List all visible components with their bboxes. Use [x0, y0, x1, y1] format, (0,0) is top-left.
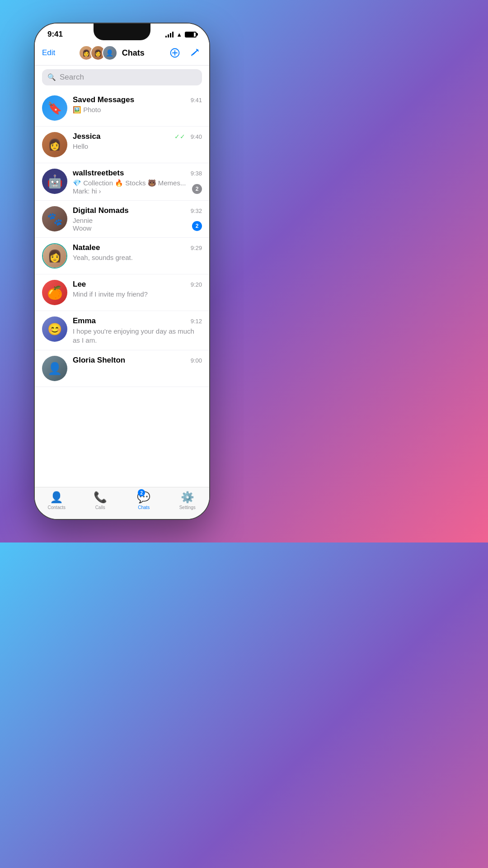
tab-settings[interactable]: ⚙️ Settings	[172, 491, 203, 510]
chat-item-saved-messages[interactable]: 🔖 Saved Messages 9:41 🖼️ Photo	[35, 90, 209, 127]
chats-icon: 💬 2	[137, 491, 150, 504]
chat-name-emma: Emma	[73, 316, 96, 326]
notch	[94, 24, 150, 40]
chat-name-digital: Digital Nomads	[73, 206, 129, 215]
badge-digital: 2	[192, 221, 202, 231]
status-icons: ▲	[165, 31, 197, 38]
nav-actions	[168, 46, 202, 60]
avatar-emma: 😊	[42, 316, 67, 342]
phone-screen: 9:41 ▲ Edit 👩 👩	[35, 24, 209, 519]
chat-info-natalee: Natalee 9:29 Yeah, sounds great.	[73, 243, 202, 261]
search-input-wrap[interactable]: 🔍 Search	[42, 69, 202, 85]
search-bar: 🔍 Search	[35, 66, 209, 90]
story-avatars[interactable]: 👩 👩 👤	[79, 45, 117, 61]
wifi-icon: ▲	[176, 31, 182, 38]
chat-time-emma: 9:12	[191, 318, 202, 325]
tab-label-contacts: Contacts	[48, 505, 66, 510]
contacts-icon: 👤	[50, 491, 63, 504]
chat-info-jessica: Jessica ✓✓ 9:40 Hello	[73, 132, 202, 150]
chat-info-lee: Lee 9:20 Mind if I invite my friend?	[73, 280, 202, 298]
chat-item-digital-nomads[interactable]: 🐾 Digital Nomads 9:32 Jennie Woow 2	[35, 201, 209, 238]
chat-name-jessica: Jessica	[73, 132, 100, 141]
avatar-jessica: 👩	[42, 132, 67, 157]
chat-preview-saved: 🖼️ Photo	[73, 106, 202, 114]
chat-info-digital: Digital Nomads 9:32 Jennie Woow	[73, 206, 202, 232]
tab-calls[interactable]: 📞 Calls	[84, 491, 116, 510]
chat-list: 🔖 Saved Messages 9:41 🖼️ Photo 👩	[35, 90, 209, 487]
chat-item-gloria[interactable]: 👤 Gloria Shelton 9:00	[35, 350, 209, 387]
chat-preview-jessica: Hello	[73, 142, 202, 150]
chat-time-natalee: 9:29	[191, 245, 202, 251]
nav-center: 👩 👩 👤 Chats	[79, 45, 145, 61]
add-chat-button[interactable]	[168, 46, 182, 60]
tab-contacts[interactable]: 👤 Contacts	[41, 491, 72, 510]
chat-time-gloria: 9:00	[191, 357, 202, 364]
chat-preview-digital-line1: Jennie	[73, 217, 202, 224]
signal-icon	[165, 31, 174, 38]
tab-label-settings: Settings	[179, 505, 196, 510]
chat-preview-wsb-line1: 💎 Collection 🔥 Stocks 🐻 Memes...	[73, 179, 202, 187]
chat-name-lee: Lee	[73, 280, 86, 289]
badge-wsb: 2	[192, 184, 202, 194]
chat-name-wsb: wallstreetbets	[73, 169, 124, 178]
chat-time-wsb: 9:38	[191, 170, 202, 177]
chat-time-lee: 9:20	[191, 281, 202, 288]
search-placeholder: Search	[60, 73, 84, 82]
chat-preview-emma: I hope you're enjoying your day as much …	[73, 327, 202, 344]
chat-info-gloria: Gloria Shelton 9:00	[73, 356, 202, 366]
chat-info-wsb: wallstreetbets 9:38 💎 Collection 🔥 Stock…	[73, 169, 202, 195]
chat-time-saved: 9:41	[191, 97, 202, 104]
tab-bar: 👤 Contacts 📞 Calls 💬 2 Chats ⚙️ Settings	[35, 487, 209, 519]
chat-info-saved: Saved Messages 9:41 🖼️ Photo	[73, 95, 202, 114]
chat-time-jessica: 9:40	[191, 133, 202, 140]
avatar-gloria: 👤	[42, 356, 67, 381]
chat-item-natalee[interactable]: 👩 Natalee 9:29 Yeah, sounds great.	[35, 238, 209, 274]
check-icon-jessica: ✓✓	[174, 133, 185, 140]
chat-time-digital: 9:32	[191, 208, 202, 214]
tab-label-chats: Chats	[138, 505, 150, 510]
chat-item-jessica[interactable]: 👩 Jessica ✓✓ 9:40 Hello	[35, 127, 209, 163]
avatar-lee: 🍊	[42, 280, 67, 305]
chat-info-emma: Emma 9:12 I hope you're enjoying your da…	[73, 316, 202, 344]
chat-item-emma[interactable]: 😊 Emma 9:12 I hope you're enjoying your …	[35, 311, 209, 350]
search-icon: 🔍	[47, 73, 56, 81]
chat-name-natalee: Natalee	[73, 243, 100, 252]
calls-icon: 📞	[94, 491, 107, 504]
phone-frame: 9:41 ▲ Edit 👩 👩	[34, 23, 210, 520]
chats-badge: 2	[138, 489, 145, 496]
avatar-saved-messages: 🔖	[42, 95, 67, 121]
chat-preview-digital-line2: Woow	[73, 224, 202, 232]
status-time: 9:41	[47, 30, 63, 39]
chat-name-saved: Saved Messages	[73, 95, 134, 104]
settings-icon: ⚙️	[181, 491, 194, 504]
chat-item-wallstreetbets[interactable]: 🤖 wallstreetbets 9:38 💎 Collection 🔥 Sto…	[35, 163, 209, 201]
edit-button[interactable]: Edit	[42, 47, 55, 59]
chat-preview-lee: Mind if I invite my friend?	[73, 290, 202, 298]
chat-name-gloria: Gloria Shelton	[73, 356, 125, 365]
avatar-wallstreetbets: 🤖	[42, 169, 67, 194]
avatar-natalee: 👩	[42, 243, 67, 269]
chat-preview-natalee: Yeah, sounds great.	[73, 254, 202, 261]
compose-button[interactable]	[188, 46, 202, 60]
page-title: Chats	[122, 48, 145, 58]
nav-header: Edit 👩 👩 👤 Chats	[35, 42, 209, 66]
tab-chats[interactable]: 💬 2 Chats	[128, 491, 160, 510]
story-avatar-3[interactable]: 👤	[102, 45, 117, 61]
chat-item-lee[interactable]: 🍊 Lee 9:20 Mind if I invite my friend?	[35, 274, 209, 311]
avatar-digital-nomads: 🐾	[42, 206, 67, 231]
tab-label-calls: Calls	[95, 505, 105, 510]
battery-icon	[185, 32, 197, 38]
chat-preview-wsb-line2: Mark: hi ›	[73, 187, 202, 195]
